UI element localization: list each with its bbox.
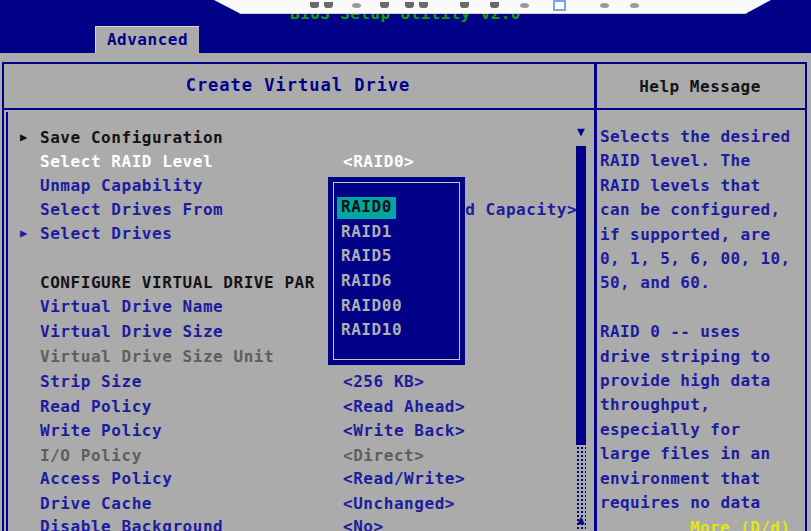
popup-option-raid0[interactable]: RAID0 (337, 197, 396, 219)
raid-level-popup: RAID0 RAID1 RAID5 RAID6 RAID00 RAID10 (328, 177, 465, 365)
toolbar-button-icon[interactable] (380, 2, 389, 8)
toolbar-button-icon[interactable] (520, 3, 529, 8)
menu-item-select-drives-from[interactable]: Select Drives From <Unconfigured Capacit… (0, 200, 594, 222)
access-policy-value: <Read/Write> (343, 469, 465, 488)
menu-item-io-policy: I/O Policy <Direct> (0, 446, 594, 468)
toolbar-button-icon[interactable] (352, 3, 361, 8)
toolbar-button-icon[interactable] (310, 2, 319, 8)
menu-item-save-configuration[interactable]: ▶ Save Configuration (0, 128, 594, 150)
popup-option-raid5[interactable]: RAID5 (341, 246, 392, 268)
raid-level-value: <RAID0> (343, 152, 414, 171)
popup-option-raid1[interactable]: RAID1 (341, 222, 392, 244)
submenu-arrow-icon: ▶ (20, 130, 28, 144)
help-panel-title: Help Message (597, 77, 803, 96)
header-divider-line (2, 108, 807, 110)
menu-item-access-policy[interactable]: Access Policy <Read/Write> (0, 469, 594, 491)
console-toolbar (200, 0, 780, 14)
menu-item-select-raid-level[interactable]: Select RAID Level <RAID0> (0, 152, 594, 174)
read-policy-value: <Read Ahead> (343, 397, 465, 416)
toolbar-button-icon[interactable] (490, 2, 499, 8)
toolbar-button-icon[interactable] (600, 3, 609, 8)
popup-option-raid00[interactable]: RAID00 (341, 296, 402, 318)
toolbar-button-icon[interactable] (460, 2, 469, 8)
menu-item-select-drives[interactable]: ▶ Select Drives (0, 224, 594, 246)
help-message-text: Selects the desired RAID level. The RAID… (600, 125, 804, 516)
menu-item-virtual-drive-size-unit: Virtual Drive Size Unit (0, 347, 594, 369)
menu-item-strip-size[interactable]: Strip Size <256 KB> (0, 372, 594, 394)
menu-item-write-policy[interactable]: Write Policy <Write Back> (0, 421, 594, 443)
menu-item-read-policy[interactable]: Read Policy <Read Ahead> (0, 397, 594, 419)
section-heading-configure-parameters: CONFIGURE VIRTUAL DRIVE PAR (0, 273, 594, 295)
submenu-arrow-icon: ▶ (20, 226, 28, 240)
page-title: Create Virtual Drive (4, 75, 592, 95)
disable-background-value: <No> (343, 517, 384, 531)
io-policy-value: <Direct> (343, 446, 424, 465)
popup-option-raid10[interactable]: RAID10 (341, 320, 402, 342)
drive-cache-value: <Unchanged> (343, 494, 455, 513)
scroll-down-icon[interactable]: ▼ (574, 124, 588, 139)
toolbar-button-icon[interactable] (630, 3, 639, 8)
menu-item-unmap-capability[interactable]: Unmap Capability (0, 176, 594, 198)
panel-divider-line (594, 62, 597, 531)
tab-advanced[interactable]: Advanced (95, 26, 199, 53)
scroll-up-icon[interactable]: ▲ (574, 512, 588, 527)
help-more-hint: More (D/d) (690, 518, 790, 531)
toolbar-button-icon[interactable] (324, 2, 333, 8)
toolbar-button-icon[interactable] (419, 2, 428, 8)
menu-item-virtual-drive-size[interactable]: Virtual Drive Size (0, 322, 594, 344)
toolbar-button-icon[interactable] (405, 2, 414, 8)
write-policy-value: <Write Back> (343, 421, 465, 440)
menu-item-drive-cache[interactable]: Drive Cache <Unchanged> (0, 494, 594, 516)
menu-item-virtual-drive-name[interactable]: Virtual Drive Name (0, 297, 594, 319)
menu-item-disable-background[interactable]: Disable Background <No> (0, 517, 594, 531)
toolbar-selection-icon[interactable] (553, 0, 566, 11)
strip-size-value: <256 KB> (343, 372, 424, 391)
popup-option-raid6[interactable]: RAID6 (341, 271, 392, 293)
scrollbar-thumb[interactable] (576, 146, 586, 445)
